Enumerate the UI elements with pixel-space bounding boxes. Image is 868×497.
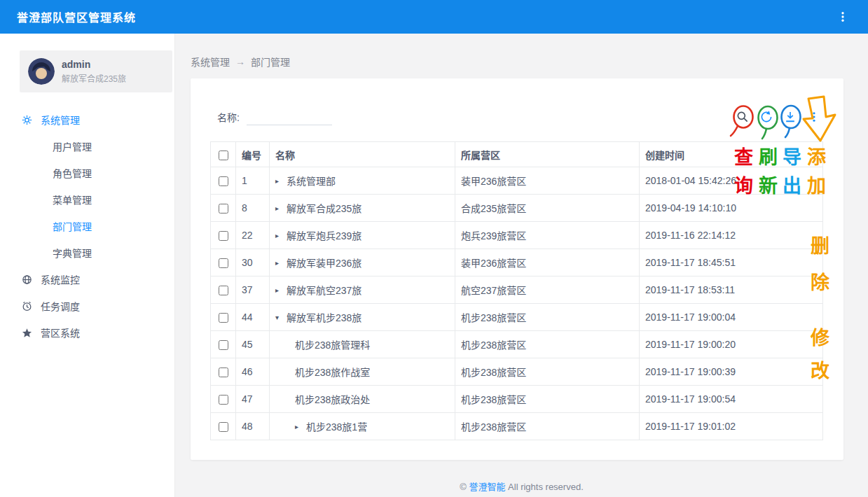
breadcrumb-item-department: 部门管理 <box>251 55 290 69</box>
cell-created: 2018-01-04 15:42:26 <box>640 167 823 195</box>
copyright-symbol: © <box>460 482 467 492</box>
row-checkbox[interactable] <box>219 422 228 432</box>
table-row: 46 机步238旅作战室 机步238旅营区 2019-11-17 19:00:3… <box>211 358 823 386</box>
cell-camp: 炮兵239旅营区 <box>455 222 640 249</box>
cell-camp: 装甲236旅营区 <box>455 249 640 276</box>
cell-id: 37 <box>236 276 270 304</box>
sidebar-item-dictionary-management[interactable]: 字典管理 <box>0 239 174 266</box>
sidebar-item-user-management[interactable]: 用户管理 <box>0 133 174 160</box>
expand-toggle-icon[interactable]: ▸ <box>275 204 287 212</box>
cell-name: 机步238旅作战室 <box>295 365 370 379</box>
sidebar-item-label: 营区系统 <box>41 326 80 340</box>
cell-id: 8 <box>236 195 270 222</box>
download-icon <box>783 110 797 124</box>
footer: © 誉澄智能 All rights reserved. <box>175 479 868 493</box>
cell-name: 解放军装甲236旅 <box>287 255 361 270</box>
expand-toggle-icon[interactable]: ▸ <box>275 259 287 267</box>
cell-created: 2019-11-17 19:00:39 <box>640 358 823 386</box>
row-checkbox[interactable] <box>219 313 228 323</box>
vertical-ellipsis-icon <box>808 111 820 123</box>
table-row: 48 ▸机步238旅1营 机步238旅营区 2019-11-17 19:01:0… <box>211 413 823 440</box>
avatar <box>28 58 55 85</box>
expand-toggle-icon[interactable]: ▸ <box>275 232 287 239</box>
sidebar-item-department-management[interactable]: 部门管理 <box>0 213 174 239</box>
app-header: 誉澄部队营区管理系统 <box>0 0 868 34</box>
cell-created: 2019-11-17 18:45:51 <box>640 249 823 276</box>
cell-camp: 机步238旅营区 <box>455 386 640 413</box>
cell-name: 机步238旅政治处 <box>295 392 370 406</box>
sidebar-item-system-management[interactable]: 系统管理 <box>0 106 174 133</box>
cell-name: 解放军航空237旅 <box>287 283 361 297</box>
sidebar-item-label: 部门管理 <box>53 219 92 233</box>
cell-camp: 机步238旅营区 <box>455 358 640 386</box>
cell-id: 1 <box>236 167 270 195</box>
row-checkbox[interactable] <box>219 286 228 295</box>
search-icon <box>736 110 750 124</box>
row-checkbox[interactable] <box>219 368 228 377</box>
content-card: 名称: <box>191 78 843 460</box>
table-row: 1 ▸系统管理部 装甲236旅营区 2018-01-04 15:42:26 <box>211 167 823 195</box>
header-more-button[interactable] <box>834 8 851 25</box>
sidebar-item-menu-management[interactable]: 菜单管理 <box>0 186 174 213</box>
star-icon <box>21 327 32 338</box>
sidebar-item-label: 菜单管理 <box>53 192 92 206</box>
cell-name: 机步238旅1营 <box>306 419 367 433</box>
refresh-button[interactable] <box>757 108 776 126</box>
expand-toggle-icon[interactable]: ▸ <box>275 177 287 185</box>
expand-toggle-icon[interactable]: ▸ <box>295 423 306 430</box>
vertical-ellipsis-icon <box>836 10 849 23</box>
row-checkbox[interactable] <box>219 231 228 241</box>
page-title: 誉澄部队营区管理系统 <box>17 8 136 25</box>
breadcrumb-item-system[interactable]: 系统管理 <box>191 55 230 69</box>
cell-id: 44 <box>236 304 270 331</box>
gear-icon <box>21 114 32 125</box>
department-table: 编号 名称 所属营区 创建时间 1 ▸系统管理部 装甲236旅营区 2018-0… <box>210 141 823 440</box>
sidebar-item-camp-system[interactable]: 营区系统 <box>0 319 174 346</box>
sidebar-item-system-monitor[interactable]: 系统监控 <box>0 266 174 293</box>
cell-camp: 机步238旅营区 <box>455 304 640 331</box>
table-row: 44 ▾解放军机步238旅 机步238旅营区 2019-11-17 19:00:… <box>211 304 823 331</box>
collapse-toggle-icon[interactable]: ▾ <box>275 314 287 321</box>
cell-name: 解放军合成235旅 <box>287 201 361 215</box>
sidebar-item-label: 系统监控 <box>41 272 80 286</box>
table-row: 47 机步238旅政治处 机步238旅营区 2019-11-17 19:00:5… <box>211 386 823 413</box>
cell-id: 47 <box>236 386 270 413</box>
breadcrumb: 系统管理 → 部门管理 <box>175 34 868 78</box>
sidebar-item-label: 用户管理 <box>53 139 92 153</box>
cell-camp: 机步238旅营区 <box>455 413 640 440</box>
cell-created: 2019-11-17 19:00:20 <box>640 331 823 358</box>
cell-id: 30 <box>236 249 270 276</box>
table-row: 37 ▸解放军航空237旅 航空237旅营区 2019-11-17 18:53:… <box>211 276 823 304</box>
expand-toggle-icon[interactable]: ▸ <box>275 286 287 294</box>
row-checkbox[interactable] <box>219 258 228 268</box>
row-checkbox[interactable] <box>219 340 228 350</box>
more-actions-button[interactable] <box>805 108 823 126</box>
name-filter-input[interactable] <box>247 108 332 125</box>
cell-camp: 航空237旅营区 <box>455 276 640 304</box>
sidebar-item-task-schedule[interactable]: 任务调度 <box>0 293 174 319</box>
breadcrumb-separator: → <box>235 56 245 67</box>
user-card: admin 解放军合成235旅 <box>20 50 172 92</box>
table-row: 22 ▸解放军炮兵239旅 炮兵239旅营区 2019-11-16 22:14:… <box>211 222 823 249</box>
brand-link[interactable]: 誉澄智能 <box>469 482 505 492</box>
query-button[interactable] <box>733 108 752 126</box>
cell-created: 2019-11-17 19:00:54 <box>640 386 823 413</box>
export-button[interactable] <box>781 108 799 126</box>
sidebar-item-role-management[interactable]: 角色管理 <box>0 160 174 186</box>
row-checkbox[interactable] <box>219 176 228 186</box>
refresh-icon <box>759 110 773 124</box>
cell-id: 46 <box>236 358 270 386</box>
sidebar-item-label: 任务调度 <box>41 299 80 313</box>
cell-camp: 装甲236旅营区 <box>455 167 640 195</box>
row-checkbox[interactable] <box>219 204 228 214</box>
sidebar-item-label: 系统管理 <box>41 113 80 127</box>
table-toolbar <box>733 108 823 126</box>
table-row: 45 机步238旅管理科 机步238旅营区 2019-11-17 19:00:2… <box>211 331 823 358</box>
row-checkbox[interactable] <box>219 395 228 405</box>
name-filter-label: 名称: <box>217 110 240 124</box>
sidebar-item-label: 角色管理 <box>53 166 92 180</box>
select-all-checkbox[interactable] <box>219 150 228 160</box>
cell-created: 2019-11-17 18:53:11 <box>640 276 823 304</box>
clock-icon <box>21 300 32 312</box>
cell-name: 机步238旅管理科 <box>295 337 370 351</box>
